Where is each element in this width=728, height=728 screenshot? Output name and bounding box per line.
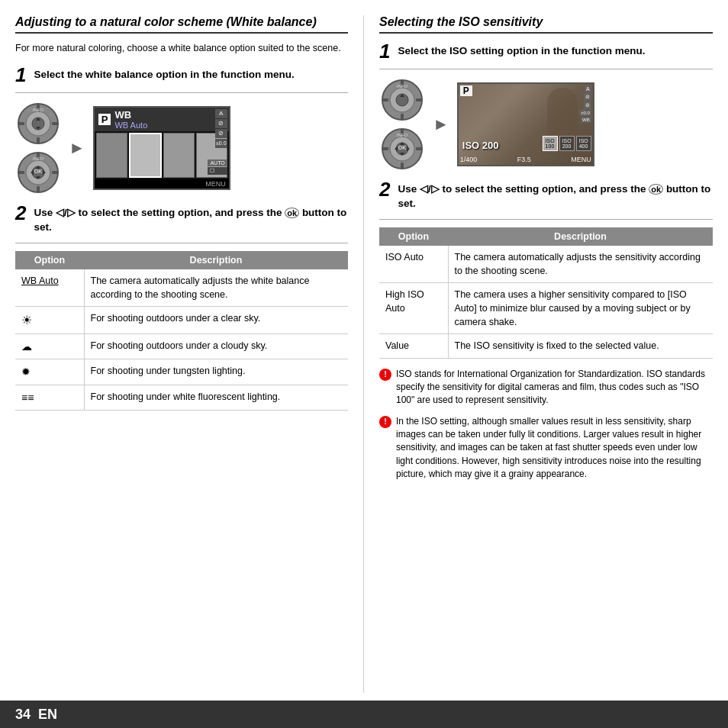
svg-text:INFO: INFO bbox=[33, 156, 44, 161]
wb-auto-link: WB Auto bbox=[21, 275, 59, 286]
wb-row-1: WB Auto The camera automatically adjusts… bbox=[15, 269, 348, 307]
iso-icon-off2: ⊘ bbox=[584, 101, 591, 109]
wb-icon-1: A bbox=[215, 109, 227, 118]
iso-option-1: ISO Auto bbox=[379, 246, 448, 283]
left-diagram: INFO INFO OK bbox=[15, 101, 348, 195]
thumb-1 bbox=[96, 133, 127, 178]
wb-screen-icons: A ⊘ ⊘ ±0.0 bbox=[215, 109, 227, 148]
wb-option-3: ☁︎ bbox=[15, 333, 84, 359]
ok-button-inline-right: ok bbox=[649, 184, 663, 195]
wb-desc-3: For shooting outdoors under a cloudy sky… bbox=[84, 333, 348, 359]
note-2: ! In the ISO setting, although smaller v… bbox=[379, 415, 713, 482]
left-step1-header: 1 Select the white balance option in the… bbox=[15, 65, 348, 85]
wb-row-4: ✹︎ For shooting under tungsten lighting. bbox=[15, 359, 348, 385]
wb-table: Option Description WB Auto The camera au… bbox=[15, 251, 348, 411]
note-text-2: In the ISO setting, although smaller val… bbox=[396, 415, 713, 482]
page-language: EN bbox=[38, 707, 57, 723]
note-icon-1: ! bbox=[379, 369, 391, 381]
svg-rect-27 bbox=[401, 114, 404, 120]
top-dial-icon: INFO bbox=[15, 101, 61, 147]
iso-row-1: ISO Auto The camera automatically adjust… bbox=[379, 246, 713, 283]
note-area: ! ISO stands for International Organizat… bbox=[379, 368, 713, 482]
left-step2-divider bbox=[15, 243, 348, 243]
svg-text:OK: OK bbox=[34, 169, 43, 174]
note-icon-2: ! bbox=[379, 416, 391, 428]
svg-rect-36 bbox=[401, 163, 404, 169]
wb-desc-4: For shooting under tungsten lighting. bbox=[84, 359, 348, 385]
fluor-icon: ≡≡ bbox=[21, 391, 34, 404]
iso-aperture: F3.5 bbox=[517, 156, 531, 163]
svg-text:INFO: INFO bbox=[397, 84, 408, 89]
right-step1-header: 1 Select the ISO setting option in the f… bbox=[379, 41, 713, 61]
footer-bar: 34 EN bbox=[0, 701, 728, 728]
wb-option-2: ☀︎ bbox=[15, 306, 84, 333]
left-section-title: Adjusting to a natural color scheme (Whi… bbox=[15, 15, 348, 29]
bottom-dial-icon: INFO OK bbox=[15, 150, 61, 195]
wb-option-5: ≡≡ bbox=[15, 385, 84, 410]
wb-icon-3: ⊘ bbox=[215, 129, 227, 138]
wb-desc-2: For shooting outdoors under a clear sky. bbox=[84, 306, 348, 333]
right-diagram: INFO INFO OK bbox=[379, 77, 713, 172]
wb-row-5: ≡≡ For shooting under white fluorescent … bbox=[15, 385, 348, 410]
wb-desc-5: For shooting under white fluorescent lig… bbox=[84, 385, 348, 410]
wb-sub-label: WB Auto bbox=[114, 121, 147, 130]
wb-desc-1: The camera automatically adjusts the whi… bbox=[84, 269, 348, 307]
left-step1-number: 1 bbox=[15, 65, 26, 85]
iso-row-2: High ISO Auto The camera uses a higher s… bbox=[379, 283, 713, 334]
right-section-divider bbox=[379, 32, 713, 34]
wb-table-header-description: Description bbox=[84, 251, 348, 269]
page-number: 34 bbox=[15, 707, 31, 723]
iso-icon-a: A bbox=[585, 85, 591, 92]
right-step1-divider bbox=[379, 69, 713, 69]
left-step2-text: Use ◁/▷ to select the setting option, an… bbox=[34, 203, 348, 235]
thumb-2-selected bbox=[129, 133, 162, 178]
iso-bar-overlay: ISO100 ISO200 ISO400 bbox=[543, 136, 591, 151]
svg-rect-38 bbox=[416, 147, 422, 150]
left-arrow-icon: ► bbox=[69, 138, 85, 158]
wb-option-1: WB Auto bbox=[15, 269, 84, 307]
wb-mode-badge: P bbox=[98, 114, 111, 125]
iso-row-3: Value The ISO sensitivity is fixed to th… bbox=[379, 334, 713, 358]
iso-icon-off1: ⊘ bbox=[584, 93, 591, 101]
iso-overlay-top: P A ⊘ ⊘ ±0.0 WB bbox=[460, 85, 591, 123]
wb-label: WB bbox=[114, 109, 147, 121]
wb-table-header-option: Option bbox=[15, 251, 84, 269]
right-bottom-dial-icon: INFO OK bbox=[379, 126, 425, 172]
iso-shutter: 1/400 bbox=[460, 156, 478, 163]
wb-labels: WB WB Auto bbox=[114, 109, 147, 130]
left-step2-number: 2 bbox=[15, 203, 26, 223]
iso-icon-wb: WB bbox=[581, 117, 591, 123]
wb-bottom-icon-2: ☐ bbox=[208, 167, 227, 175]
svg-rect-14 bbox=[37, 186, 40, 192]
svg-rect-29 bbox=[416, 98, 422, 101]
iso-table-header-option: Option bbox=[379, 227, 448, 246]
sun-icon: ☀︎ bbox=[21, 314, 32, 327]
right-step1-number: 1 bbox=[379, 41, 390, 61]
left-step2-header: 2 Use ◁/▷ to select the setting option, … bbox=[15, 203, 348, 235]
iso-desc-1: The camera automatically adjusts the sen… bbox=[448, 246, 713, 283]
svg-text:OK: OK bbox=[398, 145, 407, 150]
thumb-3 bbox=[163, 133, 195, 178]
right-step2-divider bbox=[379, 219, 713, 220]
svg-rect-16 bbox=[52, 171, 58, 174]
iso-icon-val: ±0.0 bbox=[579, 110, 591, 116]
iso-desc-3: The ISO sensitivity is fixed to the sele… bbox=[448, 334, 713, 358]
wb-screen-top: P WB WB Auto A ⊘ ⊘ ±0.0 bbox=[95, 108, 229, 131]
svg-rect-15 bbox=[18, 171, 24, 174]
iso-table: Option Description ISO Auto The camera a… bbox=[379, 227, 713, 359]
left-intro: For more natural coloring, choose a whit… bbox=[15, 41, 348, 56]
right-step2-header: 2 Use ◁/▷ to select the setting option, … bbox=[379, 179, 713, 211]
page: Adjusting to a natural color scheme (Whi… bbox=[0, 0, 728, 728]
svg-rect-5 bbox=[18, 122, 24, 125]
iso-mode-badge: P bbox=[460, 85, 472, 96]
iso-table-header-description: Description bbox=[448, 227, 713, 246]
svg-rect-28 bbox=[382, 98, 388, 101]
note-1: ! ISO stands for International Organizat… bbox=[379, 368, 713, 407]
left-step1-divider bbox=[15, 92, 348, 93]
tungsten-icon: ✹︎ bbox=[21, 366, 31, 378]
svg-rect-37 bbox=[382, 147, 388, 150]
iso-value-text: ISO 200 bbox=[462, 140, 499, 151]
iso-bar-100: ISO100 bbox=[543, 136, 558, 151]
cloud-icon: ☁︎ bbox=[21, 340, 32, 353]
iso-bar-400: ISO400 bbox=[576, 136, 591, 151]
